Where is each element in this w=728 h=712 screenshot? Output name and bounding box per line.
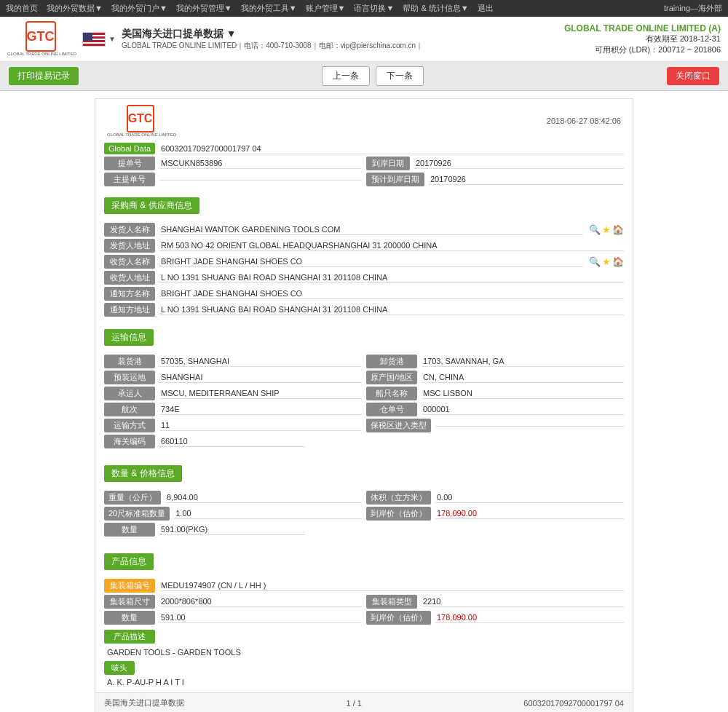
nav-home[interactable]: 我的首页 xyxy=(6,3,38,14)
ftz-type-label: 保税区进入类型 xyxy=(366,419,431,432)
master-expected-row: 主提单号 预计到岸日期 20170926 xyxy=(104,173,624,189)
master-bill-label: 主提单号 xyxy=(104,173,155,186)
master-bill-value xyxy=(159,178,362,181)
bill-no-row: 提单号 MSCUKN853896 xyxy=(104,157,362,170)
carrier-value: MSCU, MEDITERRANEAN SHIP xyxy=(159,388,362,399)
nav-tools[interactable]: 我的外贸工具▼ xyxy=(241,3,297,14)
container-size-type-row: 集装箱尺寸 2000*806*800 集装箱类型 2210 xyxy=(104,595,624,611)
quantity-section-label: 数量 & 价格信息 xyxy=(104,465,182,482)
product-desc-block: 产品描述 GARDEN TOOLS - GARDEN TOOLS xyxy=(104,630,624,658)
loading-port-label: 装货港 xyxy=(104,355,155,368)
container-type-label: 集装箱类型 xyxy=(366,595,417,609)
flag-box: ▼ xyxy=(82,32,116,47)
loading-discharge-row: 装货港 57035, SHANGHAI 卸货港 1703, SAVANNAH, … xyxy=(104,355,624,371)
nav-account[interactable]: 账户管理▼ xyxy=(306,3,346,14)
close-button[interactable]: 关闭窗口 xyxy=(667,67,719,85)
carrier-label: 承运人 xyxy=(104,387,155,400)
notify-name-label: 通知方名称 xyxy=(104,287,155,301)
container-type-value: 2210 xyxy=(422,596,624,607)
header: GTC GLOBAL TRADE ONLINE LIMITED ▼ 美国海关进口… xyxy=(0,17,728,62)
valid-until: 有效期至 2018-12-31 xyxy=(564,33,721,44)
container-no-label: 集装箱编号 xyxy=(104,579,155,593)
product-section-label: 产品信息 xyxy=(104,553,154,570)
nav-management[interactable]: 我的外贸管理▼ xyxy=(176,3,232,14)
card-header: GTC GLOBAL TRADE ONLINE LIMITED 2018-06-… xyxy=(95,99,633,143)
marks-label-btn[interactable]: 唛头 xyxy=(104,661,135,675)
container20-value: 1.00 xyxy=(174,508,362,519)
weight-label: 重量（公斤） xyxy=(104,491,161,505)
voyage-label: 航次 xyxy=(104,403,155,416)
global-data-value: 60032017092700001797 04 xyxy=(159,143,624,154)
product-quantity-label: 数量 xyxy=(104,611,155,625)
prev-button[interactable]: 上一条 xyxy=(322,66,370,86)
volume-label: 体积（立方米） xyxy=(366,491,431,505)
global-data-label: Global Data xyxy=(104,143,155,154)
nav-help[interactable]: 帮助 & 统计信息▼ xyxy=(403,3,468,14)
customs-code-row: 海关编码 660110 xyxy=(104,435,624,448)
nav-language[interactable]: 语言切换▼ xyxy=(354,3,394,14)
product-section: 产品信息 集装箱编号 MEDU1974907 (CN / L / HH ) 集装… xyxy=(95,543,633,692)
container20-price-row: 20尺标准箱数量 1.00 到岸价（估价） 178,090.00 xyxy=(104,507,624,523)
basic-info: Global Data 60032017092700001797 04 提单号 … xyxy=(95,143,633,191)
expected-arrival-row: 预计到岸日期 20170926 xyxy=(366,173,624,186)
star-icon[interactable]: ★ xyxy=(602,224,611,235)
marks-block: 唛头 A. K. P-AU-P H A I T I xyxy=(104,661,624,688)
search-icon[interactable]: 🔍 xyxy=(589,224,601,235)
nav-logout[interactable]: 退出 xyxy=(478,3,494,14)
weight-value: 8,904.00 xyxy=(165,492,362,503)
nav-portal[interactable]: 我的外贸门户▼ xyxy=(111,3,167,14)
company-line: GLOBAL TRADE ONLINE LIMITED｜电话：400-710-3… xyxy=(122,41,423,51)
toolbar: 打印提易记录 上一条 下一条 关闭窗口 xyxy=(0,62,728,91)
origin-value: CN, CHINA xyxy=(422,372,624,383)
weight-volume-row: 重量（公斤） 8,904.00 体积（立方米） 0.00 xyxy=(104,491,624,507)
pagination-record-id: 60032017092700001797 04 xyxy=(523,699,624,708)
main-content: GTC GLOBAL TRADE ONLINE LIMITED 2018-06-… xyxy=(0,91,728,712)
quantity-section: 数量 & 价格信息 重量（公斤） 8,904.00 体积（立方米） 0.00 2… xyxy=(95,455,633,543)
loading-place-origin-row: 预装运地 SHANGHAI 原产国/地区 CN, CHINA xyxy=(104,371,624,387)
consignee-star-icon[interactable]: ★ xyxy=(602,256,611,267)
home-icon[interactable]: 🏠 xyxy=(612,224,624,235)
quantity-row: 数量 591.00(PKG) xyxy=(104,523,624,537)
user-info: training—海外部 xyxy=(664,3,722,14)
notify-addr-row: 通知方地址 L NO 1391 SHUANG BAI ROAD SHANGHAI… xyxy=(104,303,624,317)
arrival-price-value: 178,090.00 xyxy=(435,508,624,519)
voyage-value: 734E xyxy=(159,404,362,415)
pagination-page-label: 美国海关进口提单数据 xyxy=(104,697,184,708)
consignee-home-icon[interactable]: 🏠 xyxy=(612,256,624,267)
vessel-value: MSC LISBON xyxy=(422,388,624,399)
header-right: GLOBAL TRADE ONLINE LIMITED (A) 有效期至 201… xyxy=(564,23,721,55)
pagination-current-total: 1 / 1 xyxy=(346,699,361,708)
print-button[interactable]: 打印提易记录 xyxy=(9,67,79,85)
voyage-bill-row: 航次 734E 仓单号 000001 xyxy=(104,403,624,419)
nav-links: 我的首页 我的外贸数据▼ 我的外贸门户▼ 我的外贸管理▼ 我的外贸工具▼ 账户管… xyxy=(6,3,494,14)
nav-customs-data[interactable]: 我的外贸数据▼ xyxy=(47,3,103,14)
next-button[interactable]: 下一条 xyxy=(376,66,424,86)
expected-arrival-value: 20170926 xyxy=(429,174,624,185)
consignee-name-label: 收货人名称 xyxy=(104,255,155,269)
global-data-row: Global Data 60032017092700001797 04 xyxy=(104,143,624,154)
brand-name: GLOBAL TRADE ONLINE LIMITED (A) xyxy=(564,23,721,33)
consignee-name-row: 收货人名称 BRIGHT JADE SHANGHAI SHOES CO 🔍 ★ … xyxy=(104,255,624,269)
loading-place-label: 预装运地 xyxy=(104,371,155,384)
master-bill-row: 主提单号 xyxy=(104,173,362,186)
shipper-name-value: SHANGHAI WANTOK GARDENING TOOLS COM xyxy=(159,224,583,235)
supplier-section: 采购商 & 供应商信息 发货人名称 SHANGHAI WANTOK GARDEN… xyxy=(95,191,633,317)
top-nav: 我的首页 我的外贸数据▼ 我的外贸门户▼ 我的外贸管理▼ 我的外贸工具▼ 账户管… xyxy=(0,0,728,17)
container-size-value: 2000*806*800 xyxy=(159,596,362,607)
customs-code-label: 海关编码 xyxy=(104,435,155,448)
discharge-port-value: 1703, SAVANNAH, GA xyxy=(422,356,624,367)
origin-label: 原产国/地区 xyxy=(366,371,417,384)
product-desc-label: 产品描述 xyxy=(104,630,155,644)
consignee-search-icon[interactable]: 🔍 xyxy=(589,256,601,267)
product-price-value: 178,090.00 xyxy=(435,612,624,623)
consignee-icons: 🔍 ★ 🏠 xyxy=(586,256,624,267)
notify-name-value: BRIGHT JADE SHANGHAI SHOES CO xyxy=(159,288,624,299)
transport-section: 运输信息 装货港 57035, SHANGHAI 卸货港 1703, SAVAN… xyxy=(95,319,633,455)
transport-section-label: 运输信息 xyxy=(104,329,154,346)
shipper-name-label: 发货人名称 xyxy=(104,223,155,237)
consignee-addr-value: L NO 1391 SHUANG BAI ROAD SHANGHAI 31 20… xyxy=(159,272,624,283)
transport-mode-ftz-row: 运输方式 11 保税区进入类型 xyxy=(104,419,624,435)
loading-port-value: 57035, SHANGHAI xyxy=(159,356,362,367)
shipper-addr-value: RM 503 NO 42 ORIENT GLOBAL HEADQUARSHANG… xyxy=(159,240,624,251)
shipper-addr-row: 发货人地址 RM 503 NO 42 ORIENT GLOBAL HEADQUA… xyxy=(104,239,624,253)
